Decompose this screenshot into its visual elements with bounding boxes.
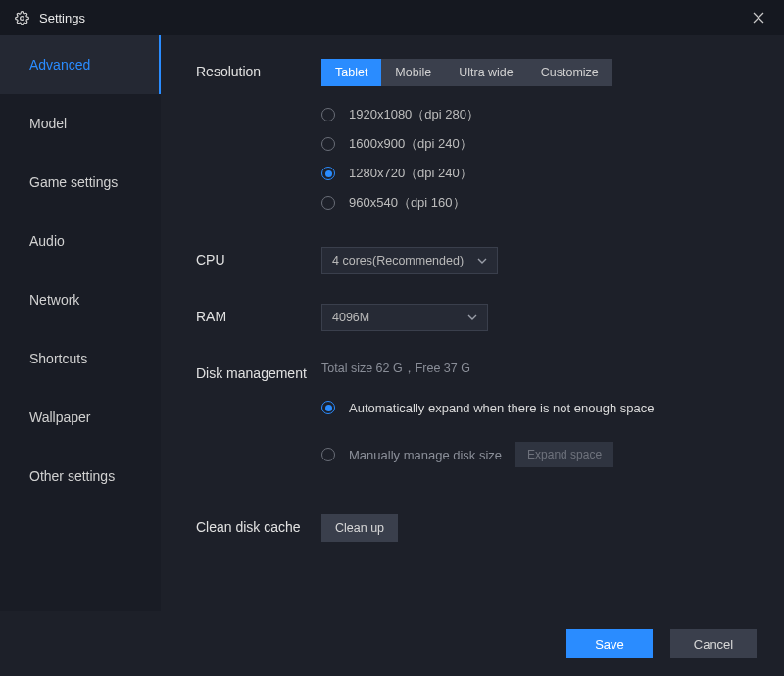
sidebar-item-wallpaper[interactable]: Wallpaper (0, 388, 161, 447)
radio-icon (321, 108, 335, 121)
cancel-button[interactable]: Cancel (670, 629, 757, 658)
cpu-select-value: 4 cores(Recommended) (332, 254, 464, 267)
cpu-select[interactable]: 4 cores(Recommended) (321, 247, 498, 274)
chevron-down-icon (467, 314, 477, 320)
tab-ultra-wide[interactable]: Ultra wide (445, 59, 527, 86)
sidebar-item-network[interactable]: Network (0, 270, 161, 329)
tab-mobile[interactable]: Mobile (381, 59, 445, 86)
gear-icon (14, 10, 29, 25)
disk-info: Total size 62 G，Free 37 G (321, 361, 755, 377)
sidebar-item-label: Network (29, 292, 79, 308)
ram-select[interactable]: 4096M (321, 304, 488, 331)
row-disk: Disk management Total size 62 G，Free 37 … (196, 361, 755, 485)
resolution-option-1600x900[interactable]: 1600x900（dpi 240） (321, 129, 755, 159)
tab-customize[interactable]: Customize (527, 59, 612, 86)
sidebar-item-game-settings[interactable]: Game settings (0, 153, 161, 212)
content: Resolution Tablet Mobile Ultra wide Cust… (161, 35, 784, 611)
row-ram: RAM 4096M (196, 304, 755, 331)
radio-icon (321, 137, 335, 151)
sidebar-item-label: Model (29, 116, 67, 131)
radio-icon (321, 167, 335, 180)
footer: Save Cancel (0, 611, 784, 676)
chevron-down-icon (477, 258, 487, 264)
row-clean: Clean disk cache Clean up (196, 514, 755, 542)
radio-icon (321, 401, 335, 414)
save-button[interactable]: Save (566, 629, 653, 658)
ram-select-value: 4096M (332, 311, 369, 324)
expand-space-button[interactable]: Expand space (515, 442, 613, 467)
resolution-options: 1920x1080（dpi 280） 1600x900（dpi 240） 128… (321, 100, 755, 217)
ram-label: RAM (196, 304, 321, 331)
row-resolution: Resolution Tablet Mobile Ultra wide Cust… (196, 59, 755, 217)
resolution-tabs: Tablet Mobile Ultra wide Customize (321, 59, 612, 86)
sidebar-item-shortcuts[interactable]: Shortcuts (0, 329, 161, 388)
sidebar-item-advanced[interactable]: Advanced (0, 35, 161, 94)
resolution-option-1280x720[interactable]: 1280x720（dpi 240） (321, 159, 755, 188)
disk-option-auto[interactable]: Automatically expand when there is not e… (321, 393, 755, 422)
sidebar-item-label: Shortcuts (29, 351, 87, 366)
row-cpu: CPU 4 cores(Recommended) (196, 247, 755, 274)
titlebar: Settings (0, 0, 784, 35)
resolution-option-1920x1080[interactable]: 1920x1080（dpi 280） (321, 100, 755, 129)
sidebar-item-label: Wallpaper (29, 410, 91, 425)
sidebar-item-label: Other settings (29, 468, 115, 484)
sidebar-item-label: Game settings (29, 174, 118, 190)
window-title: Settings (39, 11, 85, 25)
clean-up-button[interactable]: Clean up (321, 514, 398, 542)
disk-option-manual[interactable]: Manually manage disk size Expand space (321, 440, 755, 469)
sidebar-item-audio[interactable]: Audio (0, 212, 161, 270)
sidebar-item-label: Advanced (29, 57, 90, 72)
sidebar-item-other-settings[interactable]: Other settings (0, 447, 161, 506)
sidebar: Advanced Model Game settings Audio Netwo… (0, 35, 161, 611)
sidebar-item-model[interactable]: Model (0, 94, 161, 153)
tab-tablet[interactable]: Tablet (321, 59, 381, 86)
disk-label: Disk management (196, 361, 321, 485)
resolution-label: Resolution (196, 59, 321, 217)
radio-icon (321, 448, 335, 461)
cpu-label: CPU (196, 247, 321, 274)
clean-label: Clean disk cache (196, 514, 321, 542)
close-icon (753, 12, 764, 24)
svg-point-0 (20, 16, 24, 20)
settings-window: Settings Advanced Model Game settings Au… (0, 0, 784, 676)
radio-icon (321, 196, 335, 210)
close-button[interactable] (745, 4, 772, 31)
body: Advanced Model Game settings Audio Netwo… (0, 35, 784, 611)
resolution-option-960x540[interactable]: 960x540（dpi 160） (321, 188, 755, 217)
sidebar-item-label: Audio (29, 233, 65, 249)
